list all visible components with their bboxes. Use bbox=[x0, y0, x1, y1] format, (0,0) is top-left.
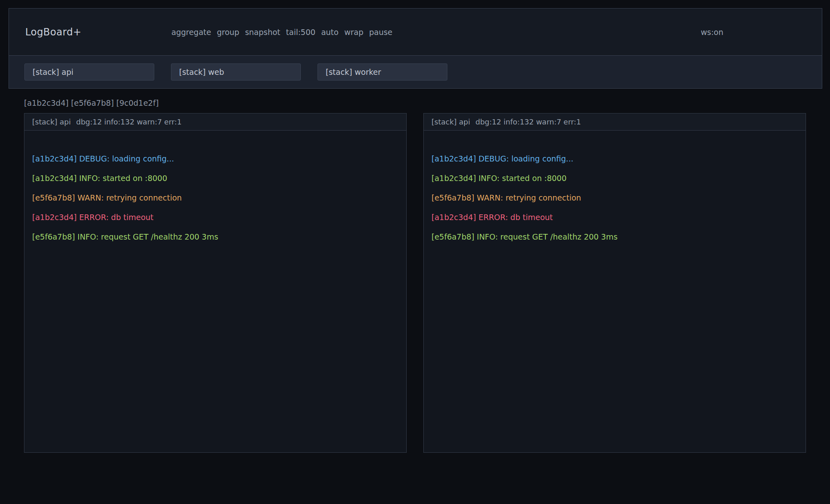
stack-tab-api[interactable]: [stack] api bbox=[24, 63, 154, 81]
log-line-error: [a1b2c3d4] ERROR: db timeout bbox=[431, 207, 798, 227]
menu-item-wrap[interactable]: wrap bbox=[344, 28, 364, 37]
trace-ids-line: [a1b2c3d4] [e5f6a7b8] [9c0d1e2f] bbox=[24, 98, 830, 108]
log-line-debug: [a1b2c3d4] DEBUG: loading config... bbox=[431, 149, 798, 168]
panel-source-label: [stack] api bbox=[32, 118, 71, 126]
log-line-info: [a1b2c3d4] INFO: started on :8000 bbox=[32, 168, 399, 188]
log-panel-right: [stack] apidbg:12 info:132 warn:7 err:1 … bbox=[423, 113, 806, 453]
menu-item-aggregate[interactable]: aggregate bbox=[171, 28, 211, 37]
stack-tab-web[interactable]: [stack] web bbox=[171, 63, 301, 81]
log-line-warn: [e5f6a7b8] WARN: retrying connection bbox=[32, 188, 399, 207]
logboard-app: LogBoard+ aggregate group snapshot tail:… bbox=[0, 8, 830, 453]
stack-tab-worker[interactable]: [stack] worker bbox=[318, 63, 447, 81]
panel-header: [stack] apidbg:12 info:132 warn:7 err:1 bbox=[24, 113, 406, 131]
toolbar-menu: aggregate group snapshot tail:500 auto w… bbox=[171, 28, 392, 37]
menu-item-auto[interactable]: auto bbox=[321, 28, 339, 37]
log-line-info: [e5f6a7b8] INFO: request GET /healthz 20… bbox=[431, 227, 798, 247]
log-list[interactable]: [a1b2c3d4] DEBUG: loading config... [a1b… bbox=[24, 131, 406, 247]
log-list[interactable]: [a1b2c3d4] DEBUG: loading config... [a1b… bbox=[424, 131, 806, 247]
app-title: LogBoard+ bbox=[9, 26, 171, 38]
log-panel-left: [stack] apidbg:12 info:132 warn:7 err:1 … bbox=[24, 113, 407, 453]
menu-item-group[interactable]: group bbox=[217, 28, 239, 37]
menu-item-pause[interactable]: pause bbox=[369, 28, 392, 37]
ws-status: ws:on bbox=[701, 28, 723, 37]
log-line-warn: [e5f6a7b8] WARN: retrying connection bbox=[431, 188, 798, 207]
log-line-debug: [a1b2c3d4] DEBUG: loading config... bbox=[32, 149, 399, 168]
top-container: LogBoard+ aggregate group snapshot tail:… bbox=[9, 8, 822, 89]
panel-source-label: [stack] api bbox=[431, 118, 470, 126]
log-line-info: [e5f6a7b8] INFO: request GET /healthz 20… bbox=[32, 227, 399, 247]
panel-stats: dbg:12 info:132 warn:7 err:1 bbox=[475, 118, 581, 126]
menu-item-tail[interactable]: tail:500 bbox=[286, 28, 315, 37]
panel-header: [stack] apidbg:12 info:132 warn:7 err:1 bbox=[424, 113, 806, 131]
header-bar: LogBoard+ aggregate group snapshot tail:… bbox=[9, 9, 822, 56]
panel-stats: dbg:12 info:132 warn:7 err:1 bbox=[76, 118, 182, 126]
stack-tabs-row: [stack] api [stack] web [stack] worker bbox=[9, 56, 822, 88]
menu-item-snapshot[interactable]: snapshot bbox=[245, 28, 280, 37]
log-line-info: [a1b2c3d4] INFO: started on :8000 bbox=[431, 168, 798, 188]
log-line-error: [a1b2c3d4] ERROR: db timeout bbox=[32, 207, 399, 227]
panels-area: [stack] apidbg:12 info:132 warn:7 err:1 … bbox=[24, 113, 806, 453]
